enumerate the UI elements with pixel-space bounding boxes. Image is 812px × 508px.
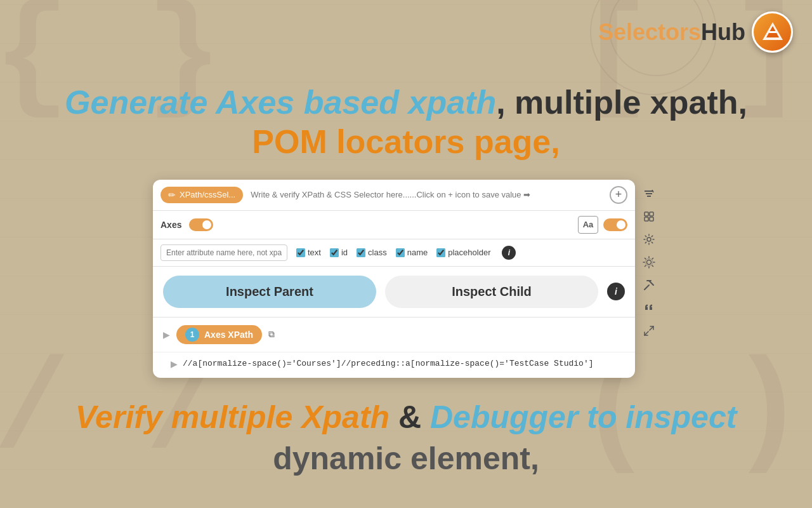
checkbox-placeholder[interactable]: placeholder bbox=[436, 248, 490, 257]
svg-rect-2 bbox=[769, 31, 776, 33]
checkbox-text-label: text bbox=[308, 248, 321, 257]
axes-badge: 1 Axes XPath bbox=[176, 325, 262, 344]
checkbox-id[interactable]: id bbox=[330, 248, 348, 257]
xpath-result-row: ▶ 1 Axes XPath ⧉ bbox=[153, 318, 635, 352]
main-content: SelectorsHub Generate Axes based xpath, … bbox=[0, 0, 812, 508]
info-icon[interactable]: i bbox=[502, 246, 516, 260]
svg-point-12 bbox=[647, 260, 652, 264]
logo-selectors: Selectors bbox=[598, 19, 701, 45]
checkbox-text[interactable]: text bbox=[296, 248, 321, 257]
xpath-value-arrow-icon: ▶ bbox=[171, 359, 178, 369]
svg-rect-9 bbox=[645, 217, 648, 221]
inspect-info-icon[interactable]: i bbox=[607, 283, 625, 300]
ui-panel: ✏ XPath/cssSel... + Axes Aa bbox=[153, 180, 635, 378]
heading-line1: Generate Axes based xpath, multiple xpat… bbox=[65, 83, 747, 122]
side-icons-panel bbox=[639, 180, 659, 378]
bottom-heading: Verify multiple Xpath & Debugger to insp… bbox=[75, 397, 737, 479]
axes-row: Axes Aa bbox=[153, 211, 635, 239]
axes-label: Axes bbox=[160, 220, 181, 230]
xpath-main-input[interactable] bbox=[248, 187, 605, 202]
checkbox-id-input[interactable] bbox=[330, 248, 339, 257]
xpath-tab-label: XPath/cssSel... bbox=[180, 190, 235, 199]
checkbox-name-label: name bbox=[407, 248, 428, 257]
logo-hub: Hub bbox=[701, 19, 745, 45]
inspect-child-button[interactable]: Inspect Child bbox=[385, 276, 598, 308]
svg-point-11 bbox=[647, 237, 651, 241]
attr-row: text id class name placeholder bbox=[153, 239, 635, 267]
checkbox-name[interactable]: name bbox=[396, 248, 428, 257]
heading-axes-text: Generate Axes based xpath bbox=[65, 84, 496, 121]
checkbox-name-input[interactable] bbox=[396, 248, 405, 257]
checkbox-class[interactable]: class bbox=[357, 248, 387, 257]
result-arrow-icon: ▶ bbox=[163, 330, 170, 340]
logo-svg bbox=[760, 20, 785, 45]
xpath-value-row: ▶ //a[normalize-space()='Courses']//prec… bbox=[153, 352, 635, 378]
inspect-parent-button[interactable]: Inspect Parent bbox=[163, 276, 376, 308]
svg-line-6 bbox=[652, 190, 653, 192]
svg-line-15 bbox=[649, 281, 653, 285]
bottom-verify-text: Verify multiple Xpath bbox=[75, 399, 390, 435]
quote-icon[interactable] bbox=[639, 298, 659, 318]
svg-line-14 bbox=[645, 285, 649, 290]
svg-rect-7 bbox=[645, 212, 648, 216]
xpath-value-text: //a[normalize-space()='Courses']//preced… bbox=[183, 359, 594, 368]
bottom-line2-text: dynamic element, bbox=[273, 441, 539, 476]
axes-toggle2[interactable] bbox=[603, 218, 627, 231]
checkbox-placeholder-input[interactable] bbox=[436, 248, 445, 257]
aa-button[interactable]: Aa bbox=[578, 216, 598, 234]
heading-line2: POM locators page, bbox=[65, 122, 747, 161]
heading-regular-text: , multiple xpath, bbox=[496, 84, 747, 121]
bottom-line1: Verify multiple Xpath & Debugger to insp… bbox=[75, 397, 737, 438]
panel-topbar: ✏ XPath/cssSel... + bbox=[153, 180, 635, 211]
attribute-input[interactable] bbox=[160, 244, 287, 261]
svg-rect-10 bbox=[650, 217, 653, 221]
logo-area: SelectorsHub bbox=[598, 11, 793, 53]
svg-rect-8 bbox=[650, 212, 653, 216]
logo-text: SelectorsHub bbox=[598, 19, 745, 46]
checkbox-class-label: class bbox=[368, 248, 387, 257]
add-button[interactable]: + bbox=[610, 186, 627, 204]
settings-icon[interactable] bbox=[639, 252, 659, 272]
checkbox-id-label: id bbox=[341, 248, 348, 257]
logo-icon bbox=[752, 11, 793, 53]
svg-line-18 bbox=[645, 331, 648, 335]
tools-icon[interactable] bbox=[639, 275, 659, 295]
checkbox-class-input[interactable] bbox=[357, 248, 365, 257]
heading-pom-text: POM locators page, bbox=[252, 123, 560, 160]
grid-icon[interactable] bbox=[639, 206, 659, 227]
checkbox-text-input[interactable] bbox=[296, 248, 305, 257]
axes-left: Axes bbox=[160, 218, 213, 231]
xpath-tab[interactable]: ✏ XPath/cssSel... bbox=[160, 187, 243, 203]
copy-icon[interactable]: ⧉ bbox=[268, 329, 275, 340]
inspect-row: Inspect Parent Inspect Child i bbox=[153, 267, 635, 318]
svg-line-17 bbox=[650, 326, 653, 330]
heading-section: Generate Axes based xpath, multiple xpat… bbox=[65, 83, 747, 162]
checkbox-placeholder-label: placeholder bbox=[448, 248, 490, 257]
bottom-line2: dynamic element, bbox=[75, 438, 737, 479]
badge-number: 1 bbox=[185, 328, 199, 342]
ui-panel-wrapper: ✏ XPath/cssSel... + Axes Aa bbox=[153, 180, 659, 378]
bottom-and-text: & bbox=[398, 399, 430, 435]
expand-icon[interactable] bbox=[639, 321, 659, 341]
axes-badge-label: Axes XPath bbox=[204, 330, 253, 340]
pencil-icon: ✏ bbox=[168, 190, 176, 200]
bottom-debugger-text: Debugger to inspect bbox=[430, 399, 737, 435]
gear-icon[interactable] bbox=[639, 229, 659, 250]
axes-right: Aa bbox=[578, 216, 627, 234]
filter-icon[interactable] bbox=[639, 184, 659, 204]
axes-toggle[interactable] bbox=[189, 218, 213, 231]
